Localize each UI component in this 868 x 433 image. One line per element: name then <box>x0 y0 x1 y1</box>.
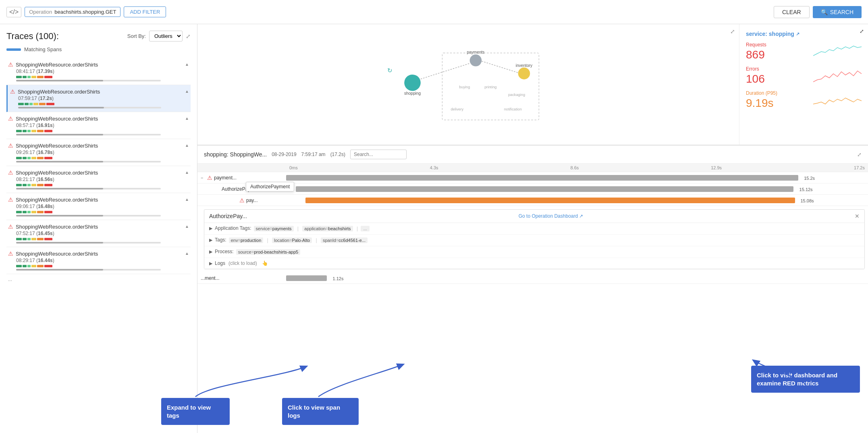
svg-text:notification: notification <box>504 107 522 111</box>
clear-button[interactable]: CLEAR <box>774 6 810 18</box>
bar-segment <box>39 103 46 105</box>
svg-text:inventory: inventory <box>516 63 533 68</box>
trace-meta-1: 07:59:17 (17.2s) <box>18 96 189 101</box>
trace-item-2[interactable]: ⚠ ShoppingWebResource.orderShirts ▲ 08:5… <box>6 112 191 139</box>
span-bar-area-payment: 15.2s <box>286 174 868 182</box>
trace-date: 08-29-2019 <box>272 152 296 157</box>
sort-select[interactable]: Outliers <box>149 31 183 42</box>
search-button[interactable]: 🔍 SEARCH <box>813 6 862 18</box>
span-bar-area-authorize: 15.12s <box>296 185 868 193</box>
trace-scrollbar-7 <box>16 269 161 271</box>
ruler-12.9s: 12.9s <box>711 165 722 170</box>
span-duration-pay: 15.08s <box>800 198 814 203</box>
span-row-pay[interactable]: ⚠ pay... 15.08s <box>197 195 868 206</box>
app-tags-label: Application Tags: <box>215 225 251 231</box>
span-toggle-pay[interactable] <box>233 198 238 203</box>
metric-left-requests: Requests 869 <box>746 42 766 61</box>
trace-scrollbar-2 <box>16 134 161 135</box>
service-graph-svg: shopping payments inventory buying print… <box>204 31 733 127</box>
trace-name-7: ShoppingWebResource.orderShirts <box>16 251 98 257</box>
bar-segment <box>27 157 31 159</box>
span-row-authorize[interactable]: AuthorizePayment 15.12s <box>197 183 868 195</box>
span-bar-bottom <box>286 275 327 281</box>
bar-segment <box>16 76 22 78</box>
tags-row[interactable]: ▶ Tags: env=production | location=Palo-A… <box>204 235 864 246</box>
trace-meta-0: 08:41:17 (17.39s) <box>16 69 189 74</box>
more-tags-button[interactable]: ... <box>361 226 369 231</box>
bar-segment <box>16 130 22 132</box>
tag-service: service=payments <box>254 226 294 231</box>
bar-segment <box>23 238 27 240</box>
trace-item-6[interactable]: ⚠ ShoppingWebResource.orderShirts ▲ 07:5… <box>6 220 191 247</box>
span-row-bottom[interactable]: ...ment... 1.12s <box>197 273 868 284</box>
code-icon[interactable]: </> <box>6 7 21 17</box>
svg-text:shopping: shopping <box>404 91 421 96</box>
trace-detail-header: shopping: ShoppingWe... 08-29-2019 7:59:… <box>197 146 868 164</box>
trace-arrow-7: ▲ <box>185 251 189 256</box>
trace-item-header-5: ⚠ ShoppingWebResource.orderShirts ▲ <box>8 196 189 203</box>
trace-bars-3 <box>16 157 189 159</box>
trace-time: 7:59:17 am <box>301 152 326 157</box>
trace-item-1[interactable]: ⚠ ShoppingWebResource.orderShirts ▲ 07:5… <box>6 85 191 112</box>
trace-item-4[interactable]: ⚠ ShoppingWebResource.orderShirts ▲ 08:2… <box>6 166 191 193</box>
span-detail-close[interactable]: ✕ <box>855 213 860 219</box>
logs-row[interactable]: ▶ Logs (click to load) 👆 <box>204 258 864 269</box>
trace-expand-icon[interactable]: ⤢ <box>857 152 862 158</box>
span-row-payment[interactable]: − ⚠ payment... 15.2s <box>197 172 868 183</box>
span-detail-title: AuthorizePay... <box>209 213 247 219</box>
logs-chevron[interactable]: ▶ <box>209 261 212 266</box>
bar-segment <box>37 238 44 240</box>
app-tags-row[interactable]: ▶ Application Tags: service=payments | a… <box>204 223 864 235</box>
bar-segment <box>37 157 44 159</box>
go-to-dashboard-link[interactable]: Go to Operation Dashboard ↗ <box>519 213 583 219</box>
trace-item-5[interactable]: ⚠ ShoppingWebResource.orderShirts ▲ 09:0… <box>6 193 191 220</box>
trace-meta-5: 09:06:17 (16.48s) <box>16 204 189 209</box>
tag-sep4: | <box>316 237 317 243</box>
span-detail-header: AuthorizePay... Go to Operation Dashboar… <box>204 210 864 223</box>
bar-segment <box>37 76 44 78</box>
process-chevron[interactable]: ▶ <box>209 249 212 254</box>
trace-bars-7 <box>16 265 189 267</box>
bar-segment <box>16 184 22 186</box>
process-row[interactable]: ▶ Process: source=prod-beachshirts-app5 <box>204 246 864 258</box>
external-link-icon[interactable]: ↗ <box>796 31 799 37</box>
metrics-section: ⤢ service: shopping ↗ Requests 869 <box>739 24 868 145</box>
trace-meta-6: 07:52:17 (16.45s) <box>16 231 189 236</box>
tag-env: env=production <box>229 237 264 243</box>
bar-segment <box>27 76 31 78</box>
authorize-tooltip: AuthorizePayment <box>246 182 294 192</box>
add-filter-button[interactable]: ADD FILTER <box>124 6 166 17</box>
span-indent-payment: − ⚠ payment... <box>197 175 286 181</box>
requests-label: Requests <box>746 42 766 48</box>
app-tags-chevron[interactable]: ▶ <box>209 226 212 231</box>
node-payments[interactable] <box>470 54 482 67</box>
bar-segment <box>16 238 22 240</box>
metrics-expand-icon[interactable]: ⤢ <box>860 28 864 34</box>
errors-value: 106 <box>746 73 765 85</box>
trace-item-0[interactable]: ⚠ ShoppingWebResource.orderShirts ▲ 08:4… <box>6 58 191 85</box>
trace-list: ⚠ ShoppingWebResource.orderShirts ▲ 08:4… <box>6 58 191 285</box>
trace-name-6: ShoppingWebResource.orderShirts <box>16 224 98 230</box>
bar-segment <box>44 211 52 213</box>
trace-scrollbar-1 <box>18 107 161 108</box>
error-icon-7: ⚠ <box>8 250 13 257</box>
tags-chevron[interactable]: ▶ <box>209 237 212 243</box>
trace-name-0: ShoppingWebResource.orderShirts <box>16 62 98 68</box>
filter-tag[interactable]: Operation beachshirts.shopping.GET <box>25 7 120 17</box>
trace-item-3[interactable]: ⚠ ShoppingWebResource.orderShirts ▲ 09:2… <box>6 139 191 166</box>
expand-icon[interactable]: ⤢ <box>186 33 191 40</box>
node-shopping[interactable] <box>404 75 421 91</box>
node-inventory[interactable] <box>518 67 530 79</box>
trace-item-7[interactable]: ⚠ ShoppingWebResource.orderShirts ▲ 08:2… <box>6 247 191 274</box>
span-toggle-authorize[interactable] <box>215 187 220 192</box>
span-name-payment: payment... <box>214 175 237 181</box>
logs-detail: (click to load) <box>228 260 257 266</box>
graph-expand-icon[interactable]: ⤢ <box>730 28 735 35</box>
span-duration-authorize: 15.12s <box>799 187 813 192</box>
trace-scrollbar-6 <box>16 242 161 244</box>
span-toggle-payment[interactable]: − <box>201 175 206 180</box>
bar-segment <box>16 157 22 159</box>
span-bar-area-bottom: 1.12s <box>286 274 868 282</box>
errors-label: Errors <box>746 66 765 72</box>
trace-search-input[interactable] <box>350 150 407 159</box>
